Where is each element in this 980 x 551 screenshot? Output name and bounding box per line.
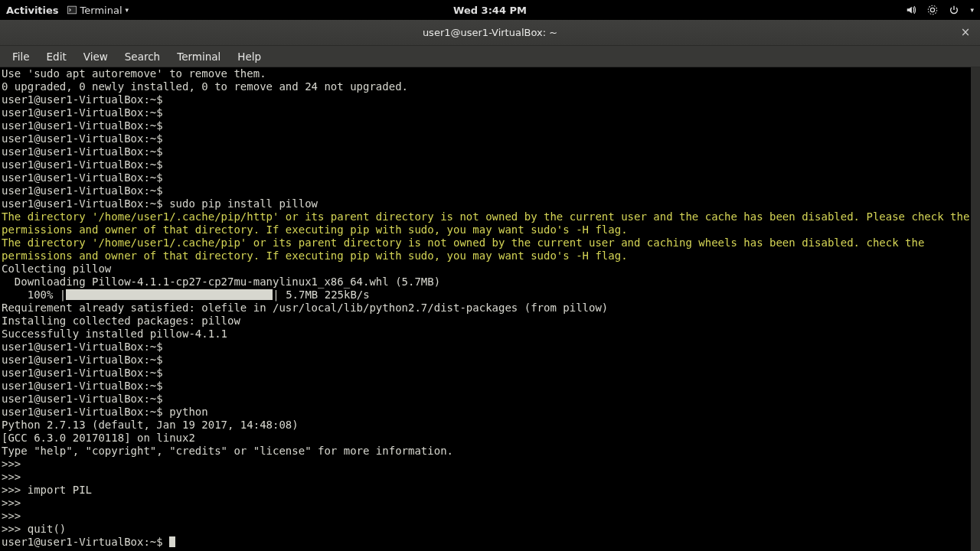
warning-line: The directory '/home/user1/.cache/pip/ht…	[2, 210, 978, 236]
menu-view[interactable]: View	[76, 47, 116, 66]
settings-icon	[927, 5, 938, 15]
output-line: Installing collected packages: pillow	[2, 315, 240, 327]
shell-prompt: user1@user1-VirtualBox:~$	[2, 184, 169, 197]
output-line: Use 'sudo apt autoremove' to remove them…	[2, 67, 266, 80]
shell-prompt: user1@user1-VirtualBox:~$	[2, 341, 169, 353]
output-line: Collecting pillow	[2, 262, 111, 275]
output-line: Successfully installed pillow-4.1.1	[2, 328, 227, 340]
menu-edit[interactable]: Edit	[39, 47, 74, 66]
menu-terminal[interactable]: Terminal	[169, 47, 228, 66]
command-text: sudo pip install pillow	[169, 197, 318, 210]
chevron-down-icon: ▾	[126, 6, 129, 14]
menu-help[interactable]: Help	[230, 47, 269, 66]
app-menubar: File Edit View Search Terminal Help	[0, 46, 980, 67]
shell-prompt: user1@user1-VirtualBox:~$	[2, 145, 169, 158]
volume-icon	[906, 5, 916, 15]
command-text: python	[169, 406, 208, 418]
svg-rect-1	[67, 7, 76, 14]
shell-prompt: user1@user1-VirtualBox:~$	[2, 354, 169, 366]
window-title: user1@user1-VirtualBox: ~	[423, 27, 557, 38]
window-titlebar: user1@user1-VirtualBox: ~ ×	[0, 20, 980, 46]
system-status-area[interactable]: ▾	[906, 5, 974, 15]
app-indicator[interactable]: Terminal ▾	[67, 5, 129, 16]
output-line: 0 upgraded, 0 newly installed, 0 to remo…	[2, 80, 408, 93]
power-icon	[949, 5, 959, 15]
python-prompt: >>>	[2, 510, 28, 522]
svg-point-2	[931, 8, 935, 11]
python-prompt: >>>	[2, 484, 28, 496]
activities-button[interactable]: Activities	[6, 5, 59, 16]
shell-prompt: user1@user1-VirtualBox:~$	[2, 171, 169, 184]
progress-label: 100% |	[2, 289, 66, 301]
python-prompt: >>>	[2, 497, 28, 509]
shell-prompt: user1@user1-VirtualBox:~$	[2, 119, 169, 132]
shell-prompt: user1@user1-VirtualBox:~$	[2, 536, 169, 548]
shell-prompt: user1@user1-VirtualBox:~$	[2, 132, 169, 145]
shell-prompt: user1@user1-VirtualBox:~$	[2, 406, 169, 418]
chevron-down-icon: ▾	[970, 6, 974, 14]
python-prompt: >>>	[2, 523, 28, 535]
python-prompt: >>>	[2, 471, 28, 483]
command-text: import PIL	[28, 484, 92, 496]
shell-prompt: user1@user1-VirtualBox:~$	[2, 380, 169, 392]
clock[interactable]: Wed 3:44 PM	[453, 5, 527, 16]
output-line: [GCC 6.3.0 20170118] on linux2	[2, 432, 195, 444]
svg-point-3	[929, 5, 937, 14]
close-button[interactable]: ×	[959, 26, 972, 40]
python-prompt: >>>	[2, 458, 28, 470]
gnome-top-bar: Activities Terminal ▾ Wed 3:44 PM ▾	[0, 0, 980, 20]
progress-stats: | 5.7MB 225kB/s	[273, 289, 369, 301]
scrollbar[interactable]	[971, 67, 980, 551]
command-text: quit()	[28, 523, 67, 535]
shell-prompt: user1@user1-VirtualBox:~$	[2, 197, 169, 210]
output-line: Requirement already satisfied: olefile i…	[2, 302, 608, 314]
shell-prompt: user1@user1-VirtualBox:~$	[2, 158, 169, 171]
terminal-viewport[interactable]: Use 'sudo apt autoremove' to remove them…	[0, 67, 980, 551]
menu-file[interactable]: File	[5, 47, 38, 66]
shell-prompt: user1@user1-VirtualBox:~$	[2, 367, 169, 379]
menu-search[interactable]: Search	[117, 47, 168, 66]
output-line: Downloading Pillow-4.1.1-cp27-cp27mu-man…	[2, 276, 440, 288]
terminal-icon	[67, 5, 77, 15]
shell-prompt: user1@user1-VirtualBox:~$	[2, 93, 169, 106]
progress-bar	[66, 289, 273, 300]
cursor	[169, 536, 175, 547]
output-line: Type "help", "copyright", "credits" or "…	[2, 445, 453, 457]
shell-prompt: user1@user1-VirtualBox:~$	[2, 393, 169, 405]
shell-prompt: user1@user1-VirtualBox:~$	[2, 106, 169, 119]
warning-line: The directory '/home/user1/.cache/pip' o…	[2, 236, 978, 262]
output-line: Python 2.7.13 (default, Jan 19 2017, 14:…	[2, 419, 305, 431]
app-indicator-label: Terminal	[80, 5, 122, 16]
